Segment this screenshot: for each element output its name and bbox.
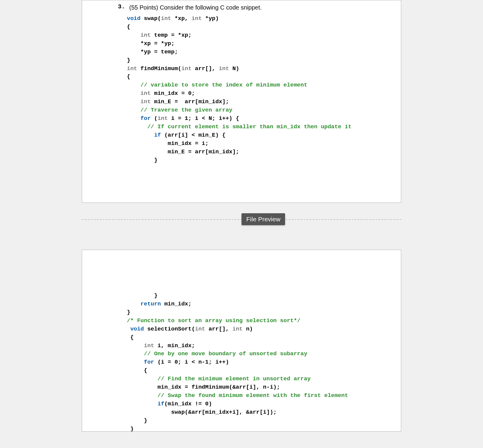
question-text: (55 Points) Consider the following C cod… — [129, 3, 262, 12]
page-2: } return min_idx; } /* Function to sort … — [82, 250, 401, 432]
file-preview-label: File Preview — [242, 213, 285, 225]
page-1: 3. (55 Points) Consider the following C … — [82, 0, 401, 203]
question-block: 3. (55 Points) Consider the following C … — [118, 3, 365, 12]
question-number: 3. — [118, 3, 125, 12]
page-divider: File Preview — [82, 219, 401, 220]
code-block-1: void swap(int *xp, int *yp) { int temp =… — [127, 15, 365, 165]
code-block-2: } return min_idx; } /* Function to sort … — [127, 292, 365, 432]
